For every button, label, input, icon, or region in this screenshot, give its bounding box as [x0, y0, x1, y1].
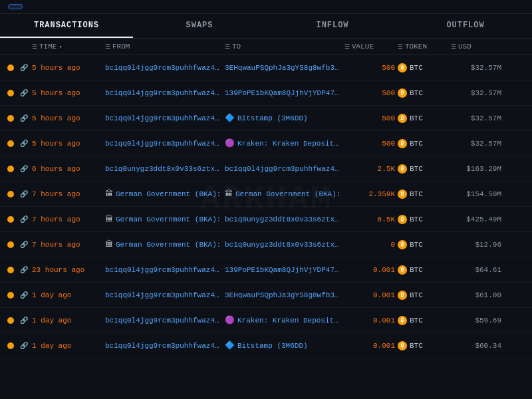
status-dot: [5, 292, 19, 299]
token-filter-icon: ☰: [398, 43, 403, 51]
tab-inflow[interactable]: INFLOW: [266, 14, 399, 38]
table-row[interactable]: 🔗5 hours agobc1qq0l4jgg9rcm3puhhfwaz4…🟣K…: [0, 131, 532, 156]
col-token[interactable]: ☰ TOKEN: [398, 43, 451, 51]
from-cell[interactable]: bc1qq0l4jgg9rcm3puhhfwaz4…: [105, 63, 225, 72]
col-to[interactable]: ☰ TO: [225, 43, 344, 51]
link-icon[interactable]: 🔗: [19, 165, 32, 173]
to-cell[interactable]: 139PoPE1bKQam8QJjhVjYDP47…: [225, 88, 344, 98]
value-cell: 2.359K: [344, 190, 398, 198]
to-cell[interactable]: 🟣Kraken: Kraken Deposit …: [225, 315, 344, 325]
table-row[interactable]: 🔗7 hours ago🏛German Government (BKA):bc1…: [0, 232, 532, 257]
from-cell[interactable]: 🏛German Government (BKA):: [105, 214, 225, 224]
status-dot: [5, 166, 19, 172]
from-cell[interactable]: bc1qq0l4jgg9rcm3puhhfwaz4…: [105, 341, 225, 350]
status-dot: [5, 191, 19, 198]
from-cell[interactable]: bc1qq0l4jgg9rcm3puhhfwaz4…: [105, 139, 225, 148]
token-cell: ₿BTC: [398, 291, 451, 300]
filter-badge[interactable]: [8, 4, 23, 9]
col-usd[interactable]: ☰ USD: [451, 43, 504, 51]
value-cell: 0.001: [344, 291, 398, 299]
table-row[interactable]: 🔗7 hours ago🏛German Government (BKA):🏛Ge…: [0, 182, 532, 207]
usd-cell: $32.57M: [451, 89, 504, 97]
time-cell: 7 hours ago: [32, 190, 105, 198]
usd-cell: $32.57M: [451, 140, 504, 148]
col-token-label: TOKEN: [405, 43, 427, 51]
to-cell[interactable]: 🔷Bitstamp (3M6DD): [225, 113, 344, 123]
usd-cell: $59.69: [451, 317, 504, 325]
to-cell[interactable]: 3EHqwauPSQphJa3gYS8g8wfb3…: [225, 291, 344, 300]
from-cell[interactable]: bc1qq0l4jgg9rcm3puhhfwaz4…: [105, 291, 225, 300]
time-sort-icon: ▾: [59, 44, 62, 50]
col-usd-label: USD: [458, 43, 471, 51]
col-time[interactable]: ☰ TIME ▾: [32, 43, 105, 51]
usd-cell: $425.49M: [451, 215, 504, 223]
value-cell: 500: [344, 89, 398, 97]
from-cell[interactable]: bc1q0unygz3ddt8x0v33s6ztx…: [105, 164, 225, 174]
col-to-label: TO: [232, 43, 241, 51]
time-cell: 5 hours ago: [32, 64, 105, 72]
from-cell[interactable]: 🏛German Government (BKA):: [105, 239, 225, 249]
time-cell: 7 hours ago: [32, 215, 105, 223]
link-icon[interactable]: 🔗: [19, 89, 32, 97]
col-from[interactable]: ☰ FROM: [105, 43, 225, 51]
col-value[interactable]: ☰ VALUE: [344, 43, 398, 51]
value-cell: 500: [344, 114, 398, 122]
link-icon[interactable]: 🔗: [19, 215, 32, 223]
to-cell[interactable]: 🟣Kraken: Kraken Deposit …: [225, 138, 344, 148]
link-icon[interactable]: 🔗: [19, 342, 32, 350]
status-dot: [5, 342, 19, 349]
to-cell[interactable]: 139PoPE1bKQam8QJjhVjYDP47…: [225, 265, 344, 275]
table-row[interactable]: 🔗5 hours agobc1qq0l4jgg9rcm3puhhfwaz4…13…: [0, 80, 532, 106]
from-cell[interactable]: 🏛German Government (BKA):: [105, 189, 225, 199]
token-cell: ₿BTC: [398, 341, 451, 350]
value-cell: 2.5K: [344, 165, 398, 173]
table-row[interactable]: 🔗1 day agobc1qq0l4jgg9rcm3puhhfwaz4…3EHq…: [0, 283, 532, 308]
from-cell[interactable]: bc1qq0l4jgg9rcm3puhhfwaz4…: [105, 316, 225, 325]
table-row[interactable]: 🔗6 hours agobc1q0unygz3ddt8x0v33s6ztx…bc…: [0, 156, 532, 182]
to-cell[interactable]: bc1q0unygz3ddt8x0v33s6ztx…: [225, 215, 344, 224]
link-icon[interactable]: 🔗: [19, 241, 32, 249]
usd-cell: $154.50M: [451, 190, 504, 198]
status-dot: [5, 90, 19, 96]
table-row[interactable]: 🔗1 day agobc1qq0l4jgg9rcm3puhhfwaz4…🔷Bit…: [0, 333, 532, 358]
token-cell: ₿BTC: [398, 114, 451, 123]
to-cell[interactable]: bc1q0unygz3ddt8x0v33s6ztx…: [225, 240, 344, 249]
link-icon[interactable]: 🔗: [19, 64, 32, 72]
time-cell: 1 day ago: [32, 342, 105, 350]
table-row[interactable]: 🔗23 hours agobc1qq0l4jgg9rcm3puhhfwaz4…1…: [0, 257, 532, 283]
time-cell: 6 hours ago: [32, 165, 105, 173]
table-row[interactable]: 🔗5 hours agobc1qq0l4jgg9rcm3puhhfwaz4…🔷B…: [0, 106, 532, 131]
usd-filter-icon: ☰: [451, 43, 456, 51]
tab-outflow[interactable]: OUTFLOW: [399, 14, 532, 38]
tab-transactions[interactable]: TRANSACTIONS: [0, 14, 133, 38]
table-row[interactable]: 🔗7 hours ago🏛German Government (BKA):bc1…: [0, 207, 532, 232]
usd-cell: $163.29M: [451, 165, 504, 173]
link-icon[interactable]: 🔗: [19, 266, 32, 274]
link-icon[interactable]: 🔗: [19, 291, 32, 299]
from-cell[interactable]: bc1qq0l4jgg9rcm3puhhfwaz4…: [105, 265, 225, 275]
from-cell[interactable]: bc1qq0l4jgg9rcm3puhhfwaz4…: [105, 88, 225, 98]
status-dot: [5, 115, 19, 122]
link-icon[interactable]: 🔗: [19, 190, 32, 198]
table-row[interactable]: 🔗1 day agobc1qq0l4jgg9rcm3puhhfwaz4…🟣Kra…: [0, 308, 532, 333]
value-cell: 500: [344, 64, 398, 72]
usd-cell: $32.57M: [451, 64, 504, 72]
time-cell: 23 hours ago: [32, 266, 105, 274]
usd-cell: $64.61: [451, 266, 504, 274]
link-icon[interactable]: 🔗: [19, 317, 32, 325]
status-dot: [5, 65, 19, 71]
to-cell[interactable]: 🔷Bitstamp (3M6DD): [225, 340, 344, 350]
to-cell[interactable]: 3EHqwauPSQphJa3gYS8g8wfb3…: [225, 63, 344, 72]
table-row[interactable]: 🔗5 hours agobc1qq0l4jgg9rcm3puhhfwaz4…3E…: [0, 55, 532, 80]
tab-swaps[interactable]: SWAPS: [133, 14, 266, 38]
link-icon[interactable]: 🔗: [19, 140, 32, 148]
to-cell[interactable]: bc1qq0l4jgg9rcm3puhhfwaz4…: [225, 164, 344, 174]
link-icon[interactable]: 🔗: [19, 114, 32, 122]
token-cell: ₿BTC: [398, 215, 451, 224]
from-cell[interactable]: bc1qq0l4jgg9rcm3puhhfwaz4…: [105, 114, 225, 123]
status-dot: [5, 216, 19, 223]
to-cell[interactable]: 🏛German Government (BKA):: [225, 189, 344, 199]
value-cell: 0.001: [344, 317, 398, 325]
value-cell: 0.001: [344, 342, 398, 350]
token-cell: ₿BTC: [398, 164, 451, 174]
